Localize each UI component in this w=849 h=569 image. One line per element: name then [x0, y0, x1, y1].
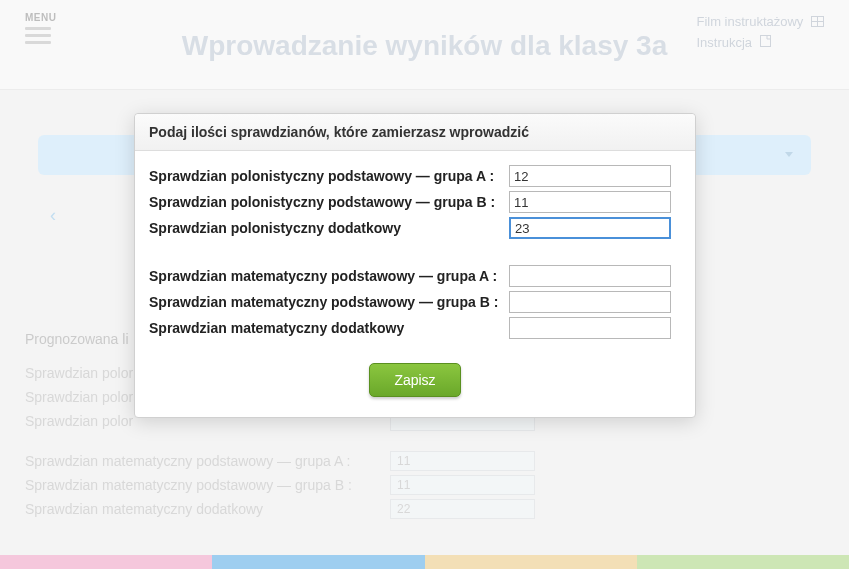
field-input-pol-b[interactable]: [509, 191, 671, 213]
field-input-pol-a[interactable]: [509, 165, 671, 187]
form-row: Sprawdzian matematyczny podstawowy — gru…: [149, 265, 681, 287]
form-row: Sprawdzian polonistyczny podstawowy — gr…: [149, 191, 681, 213]
form-row: Sprawdzian matematyczny podstawowy — gru…: [149, 291, 681, 313]
save-button[interactable]: Zapisz: [369, 363, 460, 397]
form-row: Sprawdzian polonistyczny dodatkowy: [149, 217, 681, 239]
modal-title: Podaj ilości sprawdzianów, które zamierz…: [135, 114, 695, 151]
modal-body: Sprawdzian polonistyczny podstawowy — gr…: [135, 151, 695, 363]
field-label: Sprawdzian matematyczny podstawowy — gru…: [149, 294, 509, 310]
footer-stripes: [0, 555, 849, 569]
form-row: Sprawdzian polonistyczny podstawowy — gr…: [149, 165, 681, 187]
field-input-math-extra[interactable]: [509, 317, 671, 339]
field-input-math-a[interactable]: [509, 265, 671, 287]
field-input-math-b[interactable]: [509, 291, 671, 313]
field-input-pol-extra[interactable]: [509, 217, 671, 239]
modal-dialog: Podaj ilości sprawdzianów, które zamierz…: [134, 113, 696, 418]
modal-footer: Zapisz: [135, 363, 695, 417]
field-label: Sprawdzian polonistyczny dodatkowy: [149, 220, 509, 236]
field-label: Sprawdzian polonistyczny podstawowy — gr…: [149, 168, 509, 184]
form-row: Sprawdzian matematyczny dodatkowy: [149, 317, 681, 339]
field-label: Sprawdzian matematyczny podstawowy — gru…: [149, 268, 509, 284]
field-label: Sprawdzian polonistyczny podstawowy — gr…: [149, 194, 509, 210]
field-label: Sprawdzian matematyczny dodatkowy: [149, 320, 509, 336]
